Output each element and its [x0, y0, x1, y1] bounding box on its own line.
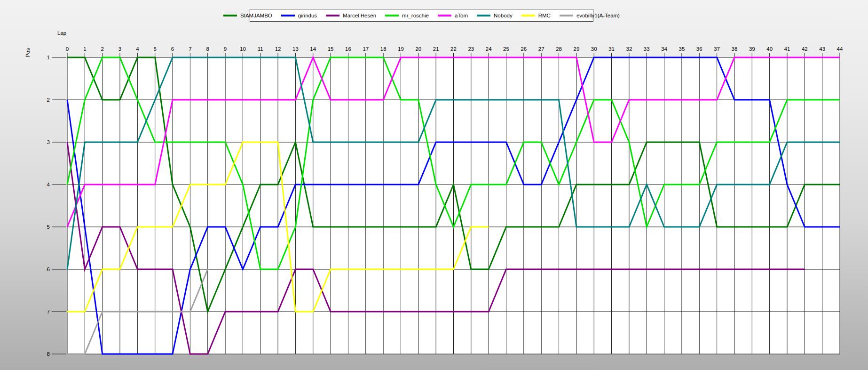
x-tick-label: 37 [714, 46, 720, 52]
legend-label: aTom [455, 13, 468, 18]
x-tick-label: 9 [224, 46, 227, 52]
legend-swatch-icon [438, 15, 451, 16]
x-tick-label: 33 [644, 46, 650, 52]
x-tick-label: 3 [118, 46, 121, 52]
y-axis-title: Pos [25, 46, 31, 60]
x-tick-label: 20 [415, 46, 421, 52]
legend-item-rmc: RMC [521, 13, 551, 18]
x-tick-label: 36 [696, 46, 702, 52]
x-tick-label: 10 [240, 46, 246, 52]
legend-label: girindus [298, 13, 317, 18]
x-tick-label: 26 [521, 46, 527, 52]
x-tick-label: 32 [626, 46, 632, 52]
x-tick-label: 31 [608, 46, 615, 52]
x-tick-label: 0 [66, 46, 69, 52]
x-tick-label: 13 [292, 46, 299, 52]
legend-label: Nobody [494, 13, 513, 18]
x-tick-label: 1 [83, 46, 86, 52]
x-tick-label: 41 [784, 46, 790, 52]
legend: SIAMJAMBOgirindusMarcel Hesenmr_roschiea… [250, 9, 593, 22]
y-tick-label: 6 [47, 266, 50, 272]
legend-label: Marcel Hesen [343, 13, 376, 18]
legend-swatch-icon [560, 15, 573, 16]
x-tick-label: 28 [556, 46, 562, 52]
x-tick-label: 8 [206, 46, 209, 52]
legend-swatch-icon [326, 15, 339, 16]
x-tick-label: 21 [433, 46, 439, 52]
y-tick-label: 1 [47, 55, 50, 60]
y-tick-label: 5 [47, 224, 50, 230]
x-tick-label: 44 [837, 46, 843, 52]
legend-item-evobilly1-a-team-: evobilly1(A-Team) [560, 13, 620, 18]
x-tick-label: 30 [591, 46, 597, 52]
legend-item-girindus: girindus [281, 13, 317, 18]
x-tick-label: 27 [538, 46, 544, 52]
x-tick-label: 40 [766, 46, 773, 52]
x-tick-label: 17 [363, 46, 369, 52]
x-tick-label: 39 [749, 46, 755, 52]
x-axis-title: Lap [57, 30, 66, 36]
legend-item-marcel-hesen: Marcel Hesen [326, 13, 376, 18]
x-tick-label: 42 [802, 46, 808, 52]
x-tick-label: 4 [136, 46, 139, 52]
y-tick-label: 2 [47, 97, 50, 103]
x-tick-label: 22 [450, 46, 457, 52]
x-tick-label: 11 [258, 46, 263, 52]
x-tick-label: 19 [398, 46, 404, 52]
legend-swatch-icon [477, 15, 490, 16]
x-tick-label: 35 [679, 46, 685, 52]
legend-item-mr-roschie: mr_roschie [385, 13, 429, 18]
x-tick-label: 7 [189, 46, 191, 52]
legend-swatch-icon [385, 15, 399, 16]
x-tick-label: 43 [819, 46, 825, 52]
x-tick-label: 24 [486, 46, 492, 52]
legend-label: SIAMJAMBO [240, 13, 272, 18]
race-lap-chart-window: 0123456789101112131415161718192021222324… [0, 0, 868, 370]
legend-swatch-icon [281, 15, 295, 16]
x-tick-label: 14 [310, 46, 316, 52]
legend-label: RMC [538, 13, 551, 18]
legend-item-nobody: Nobody [477, 13, 513, 18]
x-tick-label: 5 [154, 46, 157, 52]
legend-label: evobilly1(A-Team) [576, 13, 620, 18]
legend-item-siamjambo: SIAMJAMBO [223, 13, 272, 18]
legend-item-atom: aTom [438, 13, 468, 18]
y-tick-label: 4 [47, 182, 50, 187]
y-tick-label: 3 [47, 139, 50, 145]
y-tick-label: 8 [47, 351, 50, 357]
y-tick-label: 7 [47, 309, 50, 314]
legend-label: mr_roschie [402, 13, 429, 18]
x-tick-label: 6 [171, 46, 174, 52]
x-tick-label: 34 [661, 46, 667, 52]
lap-position-chart: 0123456789101112131415161718192021222324… [0, 0, 868, 370]
x-tick-label: 2 [101, 46, 103, 52]
x-tick-label: 29 [573, 46, 579, 52]
x-tick-label: 16 [345, 46, 351, 52]
x-tick-label: 38 [732, 46, 738, 52]
x-tick-label: 15 [328, 46, 334, 52]
legend-swatch-icon [521, 15, 535, 16]
x-tick-label: 25 [503, 46, 509, 52]
legend-swatch-icon [223, 15, 237, 16]
x-tick-label: 12 [275, 46, 281, 52]
x-tick-label: 23 [468, 46, 474, 52]
x-tick-label: 18 [380, 46, 387, 52]
